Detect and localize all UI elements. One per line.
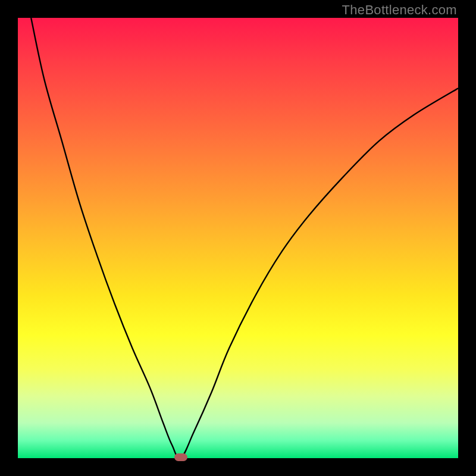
curve-path bbox=[31, 18, 458, 459]
bottleneck-curve bbox=[18, 18, 458, 458]
chart-frame: TheBottleneck.com bbox=[0, 0, 476, 476]
watermark-text: TheBottleneck.com bbox=[342, 2, 457, 18]
min-point-marker bbox=[174, 453, 187, 461]
